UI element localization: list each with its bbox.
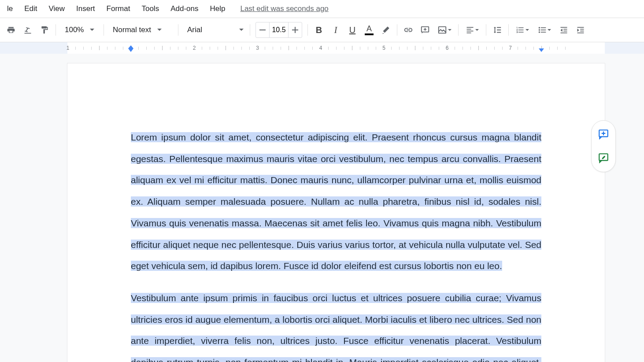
page-content[interactable]: Lorem ipsum dolor sit amet, consectetur … <box>131 127 541 362</box>
font-size-control: 10.5 <box>255 22 302 38</box>
highlight-button[interactable] <box>378 22 394 38</box>
svg-rect-8 <box>467 33 471 33</box>
separator <box>486 24 486 36</box>
indent-button[interactable] <box>572 22 589 38</box>
caret-down-icon <box>157 29 162 31</box>
menu-edit[interactable]: Edit <box>20 2 41 16</box>
svg-rect-18 <box>561 33 567 33</box>
menu-file[interactable]: le <box>3 2 17 16</box>
comment-plus-icon <box>420 25 430 35</box>
style-value: Normal text <box>113 26 151 34</box>
link-icon <box>403 25 413 35</box>
bold-icon: B <box>316 25 322 35</box>
paragraph[interactable]: Vestibulum ante ipsum primis in faucibus… <box>131 288 541 362</box>
bold-button[interactable]: B <box>311 22 327 38</box>
menu-bar: le Edit View Insert Format Tools Add-ons… <box>0 0 644 18</box>
text-color-icon: A <box>366 25 372 33</box>
menu-addons[interactable]: Add-ons <box>166 2 203 16</box>
svg-rect-6 <box>467 29 471 30</box>
caret-down-icon <box>548 29 551 31</box>
font-size-input[interactable]: 10.5 <box>269 22 289 37</box>
separator <box>178 24 178 36</box>
comment-plus-icon <box>597 129 610 140</box>
insert-link-button[interactable] <box>400 22 417 38</box>
font-size-increase[interactable] <box>289 22 302 37</box>
floating-comment-panel <box>591 120 616 172</box>
menu-help[interactable]: Help <box>205 2 229 16</box>
underline-icon: U <box>349 25 355 35</box>
line-spacing-button[interactable] <box>489 22 506 38</box>
indent-icon <box>576 26 585 34</box>
caret-down-icon <box>448 29 452 31</box>
caret-down-icon <box>475 29 479 31</box>
text-color-button[interactable]: A <box>361 22 378 38</box>
numbered-list-icon <box>516 26 525 34</box>
caret-down-icon <box>239 29 244 31</box>
svg-rect-0 <box>259 30 266 30</box>
svg-rect-22 <box>577 33 584 33</box>
bulleted-list-button[interactable] <box>533 22 555 38</box>
separator <box>307 24 308 36</box>
add-comment-floating[interactable] <box>596 127 611 142</box>
font-value: Arial <box>187 26 202 34</box>
italic-button[interactable]: I <box>327 22 344 38</box>
insert-image-button[interactable] <box>433 22 455 38</box>
zoom-dropdown[interactable]: 100% <box>59 22 101 38</box>
separator <box>508 24 509 36</box>
selected-text: Vestibulum ante ipsum primis in faucibus… <box>131 293 541 362</box>
numbered-list-button[interactable] <box>511 22 533 38</box>
bulleted-list-icon <box>538 26 547 34</box>
svg-rect-20 <box>580 29 584 30</box>
svg-rect-17 <box>563 31 567 32</box>
outdent-button[interactable] <box>555 22 572 38</box>
minus-icon <box>259 30 266 30</box>
ruler[interactable]: 11234567 <box>0 42 644 54</box>
separator <box>56 24 56 36</box>
align-left-icon <box>466 26 474 34</box>
svg-point-9 <box>539 27 540 28</box>
highlight-icon <box>381 25 391 35</box>
zoom-value: 100% <box>65 26 84 34</box>
menu-insert[interactable]: Insert <box>72 2 100 16</box>
toolbar: 100% Normal text Arial 10.5 B I U A <box>0 18 644 42</box>
separator <box>250 24 250 36</box>
paragraph[interactable]: Lorem ipsum dolor sit amet, consectetur … <box>131 127 541 277</box>
separator <box>397 24 397 36</box>
svg-rect-21 <box>580 31 584 32</box>
print-icon <box>6 26 16 34</box>
suggest-edit-icon <box>597 152 610 164</box>
line-spacing-icon <box>492 25 502 35</box>
italic-icon: I <box>334 25 337 35</box>
print-button[interactable] <box>3 22 19 38</box>
font-size-decrease[interactable] <box>256 22 269 37</box>
menu-tools[interactable]: Tools <box>137 2 163 16</box>
menu-format[interactable]: Format <box>102 2 135 16</box>
svg-rect-2 <box>292 30 298 30</box>
paint-roller-icon <box>40 26 49 34</box>
svg-rect-19 <box>577 27 584 28</box>
svg-rect-15 <box>561 27 567 28</box>
document-canvas: Lorem ipsum dolor sit amet, consectetur … <box>0 54 644 362</box>
add-comment-button[interactable] <box>417 22 433 38</box>
font-dropdown[interactable]: Arial <box>181 22 247 38</box>
menu-view[interactable]: View <box>44 2 70 16</box>
left-indent-marker[interactable] <box>128 48 133 52</box>
style-dropdown[interactable]: Normal text <box>107 22 175 38</box>
page: Lorem ipsum dolor sit amet, consectetur … <box>67 63 605 362</box>
svg-rect-12 <box>541 27 546 28</box>
svg-point-10 <box>539 29 540 30</box>
suggest-edits-floating[interactable] <box>596 151 611 166</box>
outdent-icon <box>559 26 568 34</box>
paint-format-button[interactable] <box>36 22 53 38</box>
caret-down-icon <box>90 29 94 31</box>
separator <box>458 24 459 36</box>
image-icon <box>437 25 447 35</box>
clear-format-button[interactable] <box>19 22 36 38</box>
last-edit-status[interactable]: Last edit was seconds ago <box>240 4 328 13</box>
align-button[interactable] <box>461 22 483 38</box>
svg-rect-14 <box>541 32 546 33</box>
underline-button[interactable]: U <box>344 22 361 38</box>
right-indent-marker[interactable] <box>539 48 544 52</box>
svg-point-11 <box>539 31 540 33</box>
svg-rect-16 <box>563 29 567 30</box>
